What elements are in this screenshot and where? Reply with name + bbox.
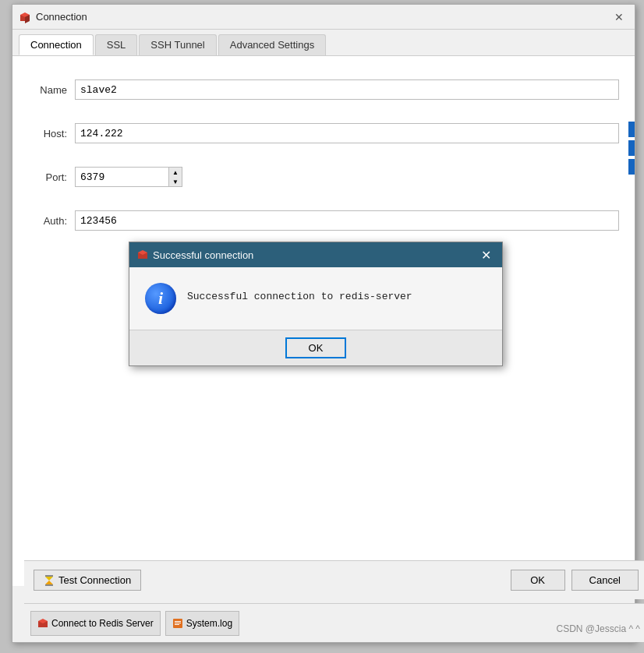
auth-row: Auth:: [28, 210, 619, 231]
bottom-bar: Test Connection OK Cancel: [24, 560, 644, 599]
success-dialog: Successful connection ✕ i Successful con…: [129, 242, 503, 366]
sidebar-line-1: [628, 122, 635, 137]
cancel-button[interactable]: Cancel: [571, 570, 639, 591]
auth-input[interactable]: [75, 210, 619, 231]
dialog-title-text: Successful connection: [153, 249, 253, 261]
dialog-redis-icon: [137, 249, 148, 260]
port-spinner-down[interactable]: ▼: [169, 177, 182, 186]
svg-rect-10: [175, 621, 181, 622]
test-connection-button[interactable]: Test Connection: [34, 570, 141, 591]
auth-label: Auth:: [28, 215, 75, 227]
bottom-right-buttons: OK Cancel: [511, 570, 639, 591]
test-connection-label: Test Connection: [58, 574, 131, 586]
redis-taskbar-icon: [37, 618, 48, 629]
name-row: Name: [28, 79, 619, 100]
tab-connection[interactable]: Connection: [19, 34, 94, 55]
tab-ssl[interactable]: SSL: [95, 34, 138, 55]
svg-rect-11: [175, 623, 181, 623]
name-input[interactable]: [75, 79, 619, 100]
dialog-title-left: Successful connection: [137, 249, 253, 261]
svg-marker-6: [45, 581, 53, 584]
host-label: Host:: [28, 128, 75, 139]
port-input[interactable]: [75, 167, 168, 187]
svg-rect-12: [175, 624, 179, 625]
hourglass-icon: [44, 575, 55, 586]
taskbar-item-1[interactable]: Connect to Redis Server: [30, 611, 161, 636]
window-title: Connection: [36, 11, 87, 23]
host-row: Host:: [28, 123, 619, 143]
log-icon: [172, 618, 183, 629]
port-spinner: ▲ ▼: [168, 167, 182, 187]
sidebar-line-3: [628, 159, 635, 175]
tab-ssh-tunnel[interactable]: SSH Tunnel: [139, 34, 216, 55]
port-spinner-up[interactable]: ▲: [169, 168, 182, 177]
host-input[interactable]: [75, 123, 619, 143]
dialog-body: i Successful connection to redis-server: [129, 267, 502, 330]
title-bar: Connection ✕: [12, 5, 635, 30]
dialog-ok-button[interactable]: OK: [286, 338, 346, 358]
taskbar: Connect to Redis Server System.log CSDN …: [24, 603, 644, 642]
dialog-title-bar: Successful connection ✕: [129, 242, 502, 267]
tab-bar: Connection SSL SSH Tunnel Advanced Setti…: [12, 30, 635, 56]
info-icon: i: [145, 283, 176, 314]
tab-advanced-settings[interactable]: Advanced Settings: [218, 34, 326, 55]
svg-marker-5: [45, 577, 53, 581]
dialog-close-button[interactable]: ✕: [478, 248, 494, 263]
dialog-message: Successful connection to redis-server: [187, 283, 412, 305]
sidebar-decoration: [628, 122, 635, 175]
taskbar-item-1-label: Connect to Redis Server: [51, 618, 154, 629]
ok-button[interactable]: OK: [511, 570, 565, 591]
svg-rect-4: [45, 584, 53, 586]
name-label: Name: [28, 84, 75, 96]
port-row: Port: ▲ ▼: [28, 167, 619, 187]
sidebar-line-2: [628, 140, 635, 156]
port-label: Port:: [28, 171, 75, 183]
csdn-watermark: CSDN @Jesscia ^ ^: [557, 623, 640, 634]
taskbar-item-2[interactable]: System.log: [165, 611, 239, 636]
svg-rect-3: [45, 575, 53, 577]
taskbar-item-2-label: System.log: [186, 618, 232, 629]
port-input-group: ▲ ▼: [75, 167, 182, 187]
window-close-button[interactable]: ✕: [610, 9, 628, 25]
dialog-footer: OK: [129, 330, 502, 365]
title-bar-left: Connection: [19, 11, 87, 23]
redis-icon: [19, 11, 31, 23]
